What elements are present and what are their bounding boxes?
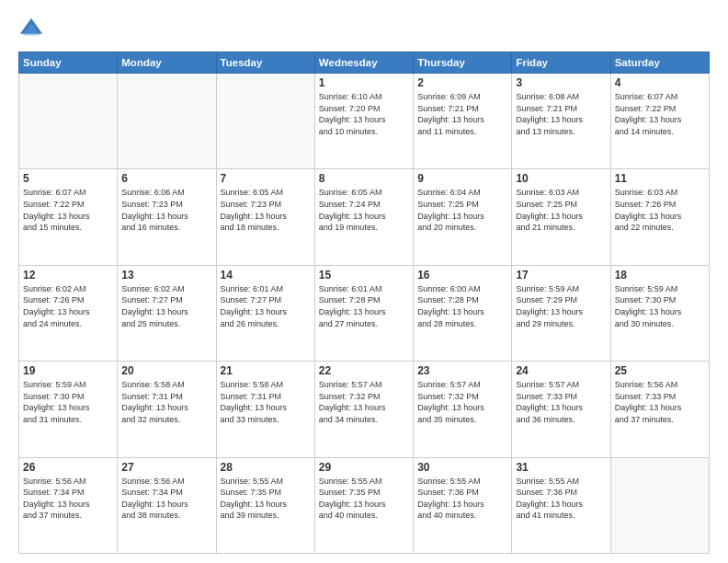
calendar-cell [216, 74, 314, 169]
day-info: Sunrise: 6:09 AMSunset: 7:21 PMDaylight:… [417, 91, 507, 137]
calendar-cell: 9Sunrise: 6:04 AMSunset: 7:25 PMDaylight… [414, 169, 512, 265]
calendar-cell: 18Sunrise: 5:59 AMSunset: 7:30 PMDayligh… [610, 265, 709, 361]
calendar-cell: 30Sunrise: 5:55 AMSunset: 7:36 PMDayligh… [414, 457, 512, 553]
calendar-cell: 10Sunrise: 6:03 AMSunset: 7:25 PMDayligh… [512, 169, 610, 265]
calendar-cell: 24Sunrise: 5:57 AMSunset: 7:33 PMDayligh… [512, 362, 610, 457]
weekday-header-tuesday: Tuesday [216, 52, 314, 74]
day-info: Sunrise: 6:02 AMSunset: 7:27 PMDaylight:… [121, 283, 211, 329]
calendar-cell: 1Sunrise: 6:10 AMSunset: 7:20 PMDaylight… [314, 74, 413, 169]
day-info: Sunrise: 5:57 AMSunset: 7:32 PMDaylight:… [319, 379, 409, 425]
week-row-4: 19Sunrise: 5:59 AMSunset: 7:30 PMDayligh… [19, 362, 710, 457]
day-info: Sunrise: 6:08 AMSunset: 7:21 PMDaylight:… [516, 91, 606, 137]
day-info: Sunrise: 6:07 AMSunset: 7:22 PMDaylight:… [23, 187, 113, 233]
day-number: 7 [221, 172, 311, 185]
day-info: Sunrise: 6:03 AMSunset: 7:25 PMDaylight:… [516, 187, 606, 233]
calendar-cell: 2Sunrise: 6:09 AMSunset: 7:21 PMDaylight… [414, 74, 512, 169]
day-number: 8 [319, 172, 409, 185]
week-row-5: 26Sunrise: 5:56 AMSunset: 7:34 PMDayligh… [19, 457, 710, 553]
logo [18, 17, 48, 42]
calendar-cell: 12Sunrise: 6:02 AMSunset: 7:26 PMDayligh… [19, 265, 118, 361]
day-number: 30 [417, 461, 507, 474]
day-number: 21 [221, 364, 311, 377]
day-info: Sunrise: 6:05 AMSunset: 7:24 PMDaylight:… [319, 187, 409, 233]
calendar-cell: 21Sunrise: 5:58 AMSunset: 7:31 PMDayligh… [216, 362, 314, 457]
day-number: 15 [319, 269, 409, 282]
day-number: 12 [23, 269, 113, 282]
calendar-cell: 22Sunrise: 5:57 AMSunset: 7:32 PMDayligh… [314, 362, 413, 457]
week-row-1: 1Sunrise: 6:10 AMSunset: 7:20 PMDaylight… [19, 74, 710, 169]
calendar-cell: 31Sunrise: 5:55 AMSunset: 7:36 PMDayligh… [512, 457, 610, 553]
day-number: 11 [615, 172, 705, 185]
calendar-cell: 14Sunrise: 6:01 AMSunset: 7:27 PMDayligh… [216, 265, 314, 361]
day-number: 10 [516, 172, 606, 185]
day-info: Sunrise: 5:56 AMSunset: 7:34 PMDaylight:… [23, 476, 113, 522]
day-info: Sunrise: 6:05 AMSunset: 7:23 PMDaylight:… [221, 187, 311, 233]
calendar-cell: 3Sunrise: 6:08 AMSunset: 7:21 PMDaylight… [512, 74, 610, 169]
calendar-cell: 28Sunrise: 5:55 AMSunset: 7:35 PMDayligh… [216, 457, 314, 553]
day-number: 17 [516, 269, 606, 282]
day-info: Sunrise: 6:01 AMSunset: 7:28 PMDaylight:… [319, 283, 409, 329]
calendar-cell [610, 457, 709, 553]
day-number: 13 [121, 269, 211, 282]
day-info: Sunrise: 6:10 AMSunset: 7:20 PMDaylight:… [319, 91, 409, 137]
day-info: Sunrise: 5:56 AMSunset: 7:34 PMDaylight:… [121, 476, 211, 522]
calendar-cell: 15Sunrise: 6:01 AMSunset: 7:28 PMDayligh… [314, 265, 413, 361]
day-info: Sunrise: 5:57 AMSunset: 7:32 PMDaylight:… [417, 379, 507, 425]
day-number: 5 [23, 172, 113, 185]
day-info: Sunrise: 5:59 AMSunset: 7:29 PMDaylight:… [516, 283, 606, 329]
day-info: Sunrise: 6:04 AMSunset: 7:25 PMDaylight:… [417, 187, 507, 233]
day-number: 19 [23, 364, 113, 377]
day-number: 3 [516, 76, 606, 89]
calendar-cell: 25Sunrise: 5:56 AMSunset: 7:33 PMDayligh… [610, 362, 709, 457]
calendar-cell: 27Sunrise: 5:56 AMSunset: 7:34 PMDayligh… [118, 457, 216, 553]
day-info: Sunrise: 5:58 AMSunset: 7:31 PMDaylight:… [221, 379, 311, 425]
calendar-cell: 26Sunrise: 5:56 AMSunset: 7:34 PMDayligh… [19, 457, 118, 553]
day-number: 4 [615, 76, 705, 89]
day-info: Sunrise: 6:07 AMSunset: 7:22 PMDaylight:… [615, 91, 705, 137]
header [18, 17, 710, 42]
day-number: 31 [516, 461, 606, 474]
calendar-cell [19, 74, 118, 169]
day-number: 29 [319, 461, 409, 474]
calendar-cell: 16Sunrise: 6:00 AMSunset: 7:28 PMDayligh… [414, 265, 512, 361]
day-number: 20 [121, 364, 211, 377]
calendar-cell: 6Sunrise: 6:06 AMSunset: 7:23 PMDaylight… [118, 169, 216, 265]
day-number: 16 [417, 269, 507, 282]
calendar-cell: 4Sunrise: 6:07 AMSunset: 7:22 PMDaylight… [610, 74, 709, 169]
calendar-table: SundayMondayTuesdayWednesdayThursdayFrid… [18, 52, 710, 554]
day-info: Sunrise: 6:01 AMSunset: 7:27 PMDaylight:… [221, 283, 311, 329]
calendar-cell: 7Sunrise: 6:05 AMSunset: 7:23 PMDaylight… [216, 169, 314, 265]
day-info: Sunrise: 6:06 AMSunset: 7:23 PMDaylight:… [121, 187, 211, 233]
day-number: 18 [615, 269, 705, 282]
day-info: Sunrise: 6:02 AMSunset: 7:26 PMDaylight:… [23, 283, 113, 329]
logo-icon [18, 17, 44, 42]
day-number: 22 [319, 364, 409, 377]
day-number: 26 [23, 461, 113, 474]
day-number: 25 [615, 364, 705, 377]
weekday-header-friday: Friday [512, 52, 610, 74]
weekday-header-thursday: Thursday [414, 52, 512, 74]
day-number: 14 [221, 269, 311, 282]
calendar-cell: 20Sunrise: 5:58 AMSunset: 7:31 PMDayligh… [118, 362, 216, 457]
weekday-header-saturday: Saturday [610, 52, 709, 74]
week-row-2: 5Sunrise: 6:07 AMSunset: 7:22 PMDaylight… [19, 169, 710, 265]
calendar-cell: 19Sunrise: 5:59 AMSunset: 7:30 PMDayligh… [19, 362, 118, 457]
day-number: 28 [221, 461, 311, 474]
day-info: Sunrise: 5:58 AMSunset: 7:31 PMDaylight:… [121, 379, 211, 425]
day-info: Sunrise: 5:59 AMSunset: 7:30 PMDaylight:… [615, 283, 705, 329]
day-info: Sunrise: 5:55 AMSunset: 7:36 PMDaylight:… [516, 476, 606, 522]
day-number: 9 [417, 172, 507, 185]
day-number: 24 [516, 364, 606, 377]
day-number: 27 [121, 461, 211, 474]
day-number: 23 [417, 364, 507, 377]
week-row-3: 12Sunrise: 6:02 AMSunset: 7:26 PMDayligh… [19, 265, 710, 361]
weekday-header-wednesday: Wednesday [314, 52, 413, 74]
weekday-header-monday: Monday [118, 52, 216, 74]
day-info: Sunrise: 5:57 AMSunset: 7:33 PMDaylight:… [516, 379, 606, 425]
day-info: Sunrise: 5:59 AMSunset: 7:30 PMDaylight:… [23, 379, 113, 425]
calendar-cell: 5Sunrise: 6:07 AMSunset: 7:22 PMDaylight… [19, 169, 118, 265]
day-info: Sunrise: 5:55 AMSunset: 7:35 PMDaylight:… [319, 476, 409, 522]
calendar-cell: 8Sunrise: 6:05 AMSunset: 7:24 PMDaylight… [314, 169, 413, 265]
day-info: Sunrise: 5:55 AMSunset: 7:35 PMDaylight:… [221, 476, 311, 522]
day-number: 1 [319, 76, 409, 89]
